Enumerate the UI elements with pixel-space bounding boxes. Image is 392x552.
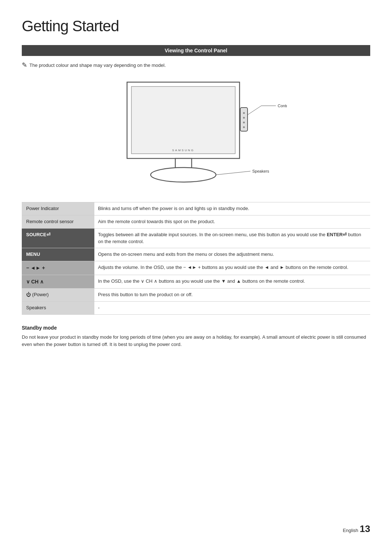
table-row: Power IndicatorBlinks and turns off when… [22,202,370,215]
svg-text:Speakers: Speakers [252,169,269,173]
page-title: Getting Started [22,17,370,35]
standby-text: Do not leave your product in standby mod… [22,334,370,349]
table-row: Remote control sensorAim the remote cont… [22,215,370,228]
standby-section: Standby mode Do not leave your product i… [22,325,370,349]
svg-point-12 [151,168,216,182]
table-cell-label: Remote control sensor [22,215,94,228]
tv-diagram: SAMSUNG Control Panel Speakers [22,78,370,191]
table-cell-desc: Aim the remote control towards this spot… [94,215,370,228]
footer-language: English [343,528,358,533]
svg-point-5 [243,117,245,119]
note-icon: ✎ [22,62,27,68]
svg-rect-1 [131,86,235,154]
table-cell-label: ⏻ (Power) [22,288,94,301]
svg-text:SAMSUNG: SAMSUNG [172,149,194,152]
table-cell-desc: Opens the on-screen menu and exits from … [94,248,370,261]
standby-title: Standby mode [22,325,370,331]
svg-point-4 [243,112,245,114]
table-cell-label: Power Indicator [22,202,94,215]
table-cell-label: SOURCE⏎ [22,228,94,248]
table-cell-desc: Adjusts the volume. In the OSD, use the … [94,261,370,275]
table-cell-desc: In the OSD, use the ∨ CH ∧ buttons as yo… [94,275,370,288]
page-footer: English 13 [343,523,370,535]
table-row: ⏻ (Power)Press this button to turn the p… [22,288,370,301]
note-text: ✎ The product colour and shape may vary … [22,63,370,68]
table-cell-label: MENU [22,248,94,261]
table-cell-desc: Press this button to turn the product on… [94,288,370,301]
page-number: 13 [360,523,370,535]
svg-text:Control Panel: Control Panel [278,104,287,108]
note-content: The product colour and shape may vary de… [29,63,166,68]
table-cell-desc: Blinks and turns off when the power is o… [94,202,370,215]
table-row: Speakers- [22,301,370,314]
info-table: Power IndicatorBlinks and turns off when… [22,202,370,315]
table-row: SOURCE⏎Toggles between all the available… [22,228,370,248]
table-row: − ◄► +Adjusts the volume. In the OSD, us… [22,261,370,275]
svg-line-13 [216,171,250,175]
table-row: MENUOpens the on-screen menu and exits f… [22,248,370,261]
table-cell-label: ∨ CH ∧ [22,275,94,288]
table-cell-label: − ◄► + [22,261,94,275]
table-cell-label: Speakers [22,301,94,314]
table-cell-desc: - [94,301,370,314]
table-row: ∨ CH ∧In the OSD, use the ∨ CH ∧ buttons… [22,275,370,288]
svg-point-6 [243,122,245,124]
svg-line-8 [248,106,261,115]
table-cell-desc: Toggles between all the available input … [94,228,370,248]
section-header: Viewing the Control Panel [22,45,370,56]
svg-point-7 [243,126,245,128]
